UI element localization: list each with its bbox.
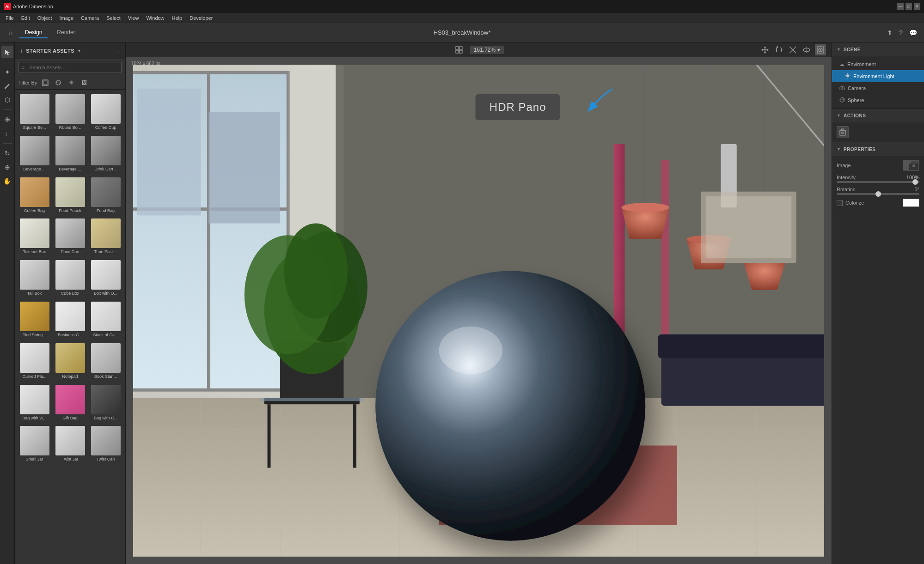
- scene-item-sphere[interactable]: Sphere: [832, 94, 924, 106]
- asset-item-17[interactable]: Stack of Ca...: [89, 300, 122, 340]
- close-button[interactable]: ✕: [914, 3, 920, 10]
- move-tool[interactable]: ↕: [1, 127, 13, 139]
- zoom-tool[interactable]: ⊕: [1, 161, 13, 173]
- asset-item-24[interactable]: Small Jar: [18, 424, 51, 464]
- asset-item-4[interactable]: Beverage ...: [53, 134, 87, 174]
- rotate-tool-btn[interactable]: [773, 44, 784, 55]
- assets-more-button[interactable]: ···: [116, 48, 121, 54]
- canvas-area[interactable]: 161.72% ▾ 1024 x: [126, 42, 832, 564]
- asset-item-9[interactable]: Takeout Box: [18, 217, 51, 256]
- asset-item-14[interactable]: Box with O...: [89, 258, 122, 298]
- asset-item-2[interactable]: Coffee Cup: [89, 92, 122, 132]
- image-thumb[interactable]: [903, 160, 919, 171]
- transform-tool[interactable]: ✙: [1, 114, 13, 126]
- asset-item-1[interactable]: Round Bo...: [53, 92, 87, 132]
- magic-select-tool[interactable]: ✦: [1, 66, 13, 78]
- menu-item-help[interactable]: Help: [168, 14, 186, 22]
- menu-item-camera[interactable]: Camera: [77, 14, 103, 22]
- asset-item-20[interactable]: Book Stan...: [89, 341, 122, 381]
- tab-design[interactable]: Design: [19, 27, 48, 38]
- eyedropper-tool[interactable]: [1, 80, 13, 92]
- asset-item-8[interactable]: Food Bag: [89, 176, 122, 215]
- menu-item-image[interactable]: Image: [56, 14, 78, 22]
- scene-item-environment-light[interactable]: Environment Light: [832, 70, 924, 82]
- tool-separator-2: [3, 109, 12, 110]
- intensity-thumb[interactable]: [912, 179, 918, 185]
- asset-item-10[interactable]: Food Can: [53, 217, 87, 256]
- translate-tool-btn[interactable]: [759, 44, 771, 55]
- svg-rect-63: [260, 398, 363, 401]
- asset-item-21[interactable]: Bag with W...: [18, 383, 51, 423]
- select-tool[interactable]: [1, 46, 13, 58]
- menu-item-file[interactable]: File: [2, 14, 18, 22]
- menu-item-select[interactable]: Select: [103, 14, 124, 22]
- paint-tool[interactable]: ⬡: [1, 94, 13, 106]
- filter-3d-button[interactable]: [41, 78, 50, 87]
- svg-marker-10: [764, 46, 766, 48]
- scene-section-header[interactable]: ▼ SCENE: [832, 42, 924, 56]
- svg-rect-6: [456, 47, 459, 49]
- asset-label: Square Bo...: [23, 125, 46, 130]
- search-input[interactable]: [18, 62, 122, 73]
- camera-orbit-btn[interactable]: [801, 44, 812, 55]
- asset-item-12[interactable]: Tall Box: [18, 258, 51, 298]
- asset-item-25[interactable]: Twist Jar: [53, 424, 87, 464]
- menu-item-edit[interactable]: Edit: [18, 14, 34, 22]
- scene-item-environment[interactable]: ☁ Environment: [832, 58, 924, 70]
- asset-label: Small Jar: [26, 457, 43, 462]
- asset-item-19[interactable]: Notepad: [53, 341, 87, 381]
- colorize-swatch[interactable]: [903, 199, 919, 207]
- delete-button[interactable]: [837, 126, 849, 138]
- colorize-checkbox[interactable]: [837, 200, 843, 206]
- pan-tool[interactable]: ✋: [1, 175, 13, 187]
- rotation-thumb[interactable]: [875, 191, 881, 197]
- filter-light-button[interactable]: ☀: [67, 78, 76, 87]
- properties-section-header[interactable]: ▼ PROPERTIES: [832, 142, 924, 156]
- asset-item-16[interactable]: Business C...: [53, 300, 87, 340]
- assets-plus-icon[interactable]: +: [19, 47, 23, 55]
- orbit-tool[interactable]: ↻: [1, 147, 13, 159]
- menu-item-developer[interactable]: Developer: [186, 14, 216, 22]
- rotation-slider[interactable]: [837, 193, 919, 195]
- asset-thumbnail: [91, 343, 121, 373]
- menu-item-window[interactable]: Window: [142, 14, 168, 22]
- menu-item-view[interactable]: View: [124, 14, 143, 22]
- scene-item-camera[interactable]: Camera: [832, 82, 924, 94]
- assets-dropdown-arrow[interactable]: ▼: [77, 49, 81, 53]
- asset-item-0[interactable]: Square Bo...: [18, 92, 51, 132]
- home-button[interactable]: ⌂: [6, 28, 16, 38]
- svg-rect-62: [353, 404, 356, 467]
- tool-separator-3: [3, 143, 12, 144]
- scale-tool-btn[interactable]: [787, 44, 798, 55]
- chat-button[interactable]: 💬: [908, 28, 918, 38]
- tab-render[interactable]: Render: [51, 27, 80, 38]
- asset-item-22[interactable]: Gift Bag: [53, 383, 87, 423]
- help-button[interactable]: ?: [898, 28, 904, 38]
- asset-item-11[interactable]: Tube Pack...: [89, 217, 122, 256]
- asset-item-5[interactable]: Drink Cart...: [89, 134, 122, 174]
- canvas-grid-button[interactable]: [453, 44, 465, 55]
- menu-item-object[interactable]: Object: [34, 14, 56, 22]
- asset-item-23[interactable]: Bag with C...: [89, 383, 122, 423]
- render-preview-btn[interactable]: [815, 44, 826, 55]
- asset-item-15[interactable]: Tied String...: [18, 300, 51, 340]
- asset-item-26[interactable]: Twist Can: [89, 424, 122, 464]
- asset-thumbnail: [91, 302, 121, 331]
- actions-section-header[interactable]: ▼ ACTIONS: [832, 109, 924, 122]
- asset-item-13[interactable]: Cube Box: [53, 258, 87, 298]
- svg-point-93: [912, 164, 915, 167]
- upload-button[interactable]: ⬆: [886, 28, 894, 38]
- asset-item-18[interactable]: Curved Pla...: [18, 341, 51, 381]
- asset-item-6[interactable]: Coffee Bag: [18, 176, 51, 215]
- filter-image-button[interactable]: 🖼: [80, 78, 89, 87]
- intensity-slider[interactable]: [837, 181, 919, 183]
- minimize-button[interactable]: —: [897, 3, 904, 10]
- zoom-display[interactable]: 161.72% ▾: [470, 46, 504, 54]
- intensity-property-row: Intensity 100%: [837, 175, 919, 183]
- maximize-button[interactable]: □: [906, 3, 912, 10]
- filter-material-button[interactable]: [54, 78, 63, 87]
- canvas-image[interactable]: HDR Pano: [133, 65, 824, 557]
- svg-point-78: [841, 88, 843, 90]
- asset-item-7[interactable]: Food Pouch: [53, 176, 87, 215]
- asset-item-3[interactable]: Beverage ...: [18, 134, 51, 174]
